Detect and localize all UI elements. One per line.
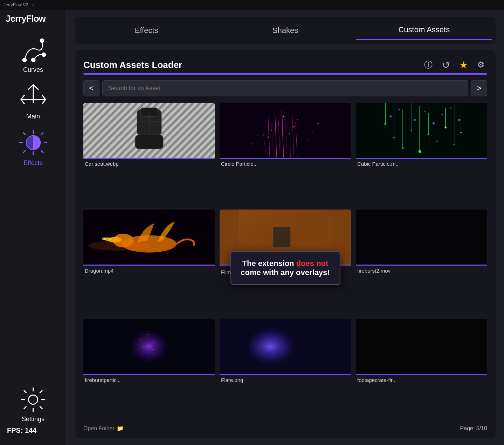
svg-point-52 xyxy=(385,123,387,125)
open-folder-label: Open Folder xyxy=(83,425,115,432)
svg-line-38 xyxy=(296,122,297,158)
svg-point-92 xyxy=(143,346,144,347)
tab-shakes[interactable]: Shakes xyxy=(217,20,353,40)
tooltip-line1: The extension does not xyxy=(242,259,329,268)
asset-item-circle-particle[interactable]: Circle Particle... xyxy=(220,103,351,205)
asset-grid: Car seat.webp xyxy=(83,103,487,421)
svg-point-70 xyxy=(460,132,462,133)
asset-item-cubic-particle[interactable]: Cubic Particle.m.. xyxy=(356,103,487,205)
svg-point-48 xyxy=(307,140,308,141)
prev-page-button[interactable]: < xyxy=(83,80,99,96)
sidebar-item-settings[interactable]: Settings xyxy=(0,382,66,426)
svg-point-60 xyxy=(419,150,421,153)
svg-point-1 xyxy=(40,39,44,43)
next-page-button[interactable]: > xyxy=(471,80,487,96)
svg-line-11 xyxy=(41,150,43,153)
svg-point-68 xyxy=(454,144,455,145)
sidebar-item-main[interactable]: Main xyxy=(0,77,66,124)
svg-line-13 xyxy=(23,150,26,153)
svg-point-3 xyxy=(42,53,46,57)
svg-point-84 xyxy=(89,240,151,251)
tooltip-highlight: does not xyxy=(296,259,329,268)
svg-line-22 xyxy=(40,390,43,393)
svg-line-10 xyxy=(23,132,26,135)
svg-point-89 xyxy=(140,339,141,340)
menu-icon[interactable]: ≡ xyxy=(32,2,34,8)
asset-thumb-dragon xyxy=(83,210,215,266)
app-title: JerryFlow V2 xyxy=(4,2,28,7)
star-button[interactable]: ★ xyxy=(457,59,470,71)
svg-point-46 xyxy=(252,143,253,145)
svg-point-78 xyxy=(458,119,460,121)
refresh-button[interactable]: ↺ xyxy=(440,59,452,71)
svg-line-23 xyxy=(24,406,27,409)
asset-thumb-flare xyxy=(220,319,351,375)
svg-point-39 xyxy=(267,136,269,138)
svg-point-71 xyxy=(389,115,392,117)
panel-footer: Open Folder 📁 Page: 5/10 xyxy=(83,425,487,432)
svg-point-41 xyxy=(278,123,279,124)
asset-name-circle-particle: Circle Particle... xyxy=(220,159,351,167)
panel-divider xyxy=(83,73,487,75)
svg-point-44 xyxy=(293,126,295,128)
search-input[interactable] xyxy=(102,80,468,96)
svg-line-33 xyxy=(278,120,280,158)
flare-svg xyxy=(220,319,351,374)
svg-line-29 xyxy=(263,130,267,158)
asset-name-footagecrate: footagecrate-fir.. xyxy=(356,375,487,384)
svg-line-31 xyxy=(271,123,273,158)
svg-line-36 xyxy=(290,127,290,158)
extension-tooltip: The extension does not come with any ove… xyxy=(230,251,340,285)
star-icon: ★ xyxy=(459,59,468,71)
svg-point-56 xyxy=(402,147,404,149)
asset-item-fireburst2[interactable]: fireburst2.mov xyxy=(356,210,487,314)
svg-point-50 xyxy=(317,123,319,124)
svg-point-74 xyxy=(424,111,426,112)
asset-name-dragon: Dragon.mp4 xyxy=(83,266,215,274)
svg-rect-26 xyxy=(135,135,163,149)
svg-point-90 xyxy=(147,334,148,335)
svg-point-88 xyxy=(129,329,170,363)
sidebar-item-curves[interactable]: Curves xyxy=(0,30,66,77)
svg-point-95 xyxy=(249,326,304,367)
refresh-icon: ↺ xyxy=(442,59,450,71)
dragon-svg xyxy=(83,210,215,265)
svg-point-93 xyxy=(152,349,153,350)
svg-point-77 xyxy=(450,107,451,109)
asset-thumb-circle-particle xyxy=(220,103,351,159)
asset-name-car-seat: Car seat.webp xyxy=(83,159,215,167)
svg-point-91 xyxy=(153,341,155,342)
gear-button[interactable]: ⚙ xyxy=(475,59,487,71)
asset-item-footagecrate[interactable]: footagecrate-fir.. xyxy=(356,319,487,421)
asset-thumb-footagecrate xyxy=(356,319,487,375)
svg-point-64 xyxy=(436,141,438,142)
asset-item-car-seat[interactable]: Car seat.webp xyxy=(83,103,215,205)
asset-item-dragon[interactable]: Dragon.mp4 xyxy=(83,210,215,314)
info-button[interactable]: ⓘ xyxy=(422,59,435,71)
asset-item-flare[interactable]: Flare.png xyxy=(220,319,351,421)
curves-icon xyxy=(18,35,49,63)
svg-point-54 xyxy=(393,137,395,138)
tab-effects[interactable]: Effects xyxy=(78,20,214,40)
fireburstparticl-svg xyxy=(83,319,215,374)
main-panel: Custom Assets Loader ⓘ ↺ ★ ⚙ xyxy=(75,50,496,438)
panel-icon-group: ⓘ ↺ ★ ⚙ xyxy=(422,59,487,71)
effects-icon xyxy=(18,129,49,157)
asset-thumb-cubic-particle xyxy=(356,103,487,159)
search-row: < > xyxy=(83,80,487,96)
svg-point-42 xyxy=(283,116,284,117)
open-folder-button[interactable]: Open Folder 📁 xyxy=(83,425,124,432)
panel-header: Custom Assets Loader ⓘ ↺ ★ ⚙ xyxy=(83,59,487,71)
asset-item-fireburstparticl[interactable]: fireburstparticl.. xyxy=(83,319,215,421)
svg-line-12 xyxy=(41,132,43,135)
sidebar-item-effects[interactable]: Effects xyxy=(0,124,66,170)
gear-icon: ⚙ xyxy=(477,60,485,70)
asset-name-cubic-particle: Cubic Particle.m.. xyxy=(356,159,487,167)
tab-custom-assets[interactable]: Custom Assets xyxy=(356,20,492,40)
content-area: Effects Shakes Custom Assets Custom Asse… xyxy=(67,10,504,445)
asset-thumb-car-seat xyxy=(83,103,215,159)
info-icon: ⓘ xyxy=(424,59,433,70)
titlebar: JerryFlow V2 ≡ xyxy=(0,0,504,10)
svg-line-35 xyxy=(285,118,287,158)
sidebar-label-settings: Settings xyxy=(22,416,44,423)
